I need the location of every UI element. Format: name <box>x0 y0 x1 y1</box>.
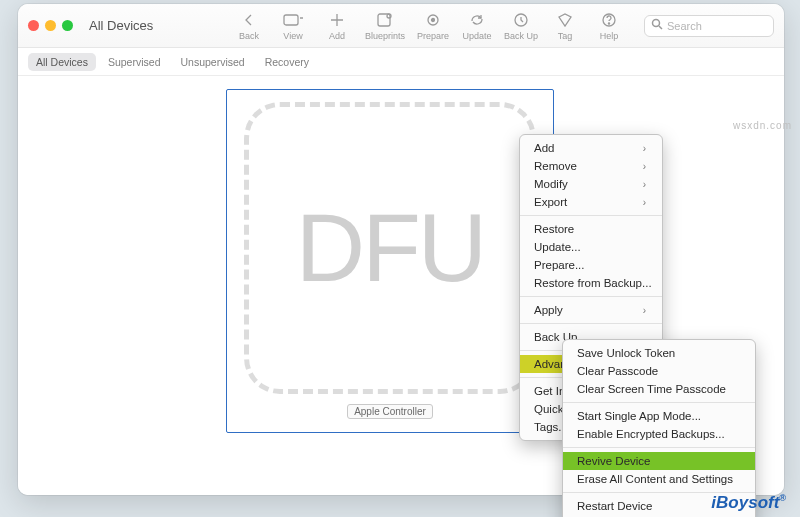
update-label: Update <box>462 31 491 41</box>
scope-all-devices[interactable]: All Devices <box>28 53 96 71</box>
dfu-placeholder: DFU <box>244 102 536 394</box>
window-controls <box>28 20 73 31</box>
adv-enable-encrypted-backups[interactable]: Enable Encrypted Backups... <box>563 425 755 443</box>
tag-label: Tag <box>558 31 573 41</box>
svg-point-10 <box>653 20 660 27</box>
scope-bar: All Devices Supervised Unsupervised Reco… <box>18 48 784 76</box>
menu-separator <box>520 215 662 216</box>
prepare-label: Prepare <box>417 31 449 41</box>
chevron-right-icon: › <box>643 197 646 208</box>
add-button[interactable]: Add <box>316 11 358 41</box>
menu-separator <box>520 296 662 297</box>
menu-modify[interactable]: Modify› <box>520 175 662 193</box>
chevron-right-icon: › <box>643 161 646 172</box>
menu-add[interactable]: Add› <box>520 139 662 157</box>
menu-separator <box>563 402 755 403</box>
zoom-window-button[interactable] <box>62 20 73 31</box>
menu-separator <box>563 447 755 448</box>
adv-clear-screen-time-passcode[interactable]: Clear Screen Time Passcode <box>563 380 755 398</box>
scope-recovery[interactable]: Recovery <box>257 53 317 71</box>
adv-clear-passcode[interactable]: Clear Passcode <box>563 362 755 380</box>
backup-button[interactable]: Back Up <box>500 11 542 41</box>
back-label: Back <box>239 31 259 41</box>
help-label: Help <box>600 31 619 41</box>
chevron-right-icon: › <box>643 179 646 190</box>
chevron-right-icon: › <box>643 305 646 316</box>
update-button[interactable]: Update <box>456 11 498 41</box>
advanced-submenu: Save Unlock Token Clear Passcode Clear S… <box>562 339 756 517</box>
scope-supervised[interactable]: Supervised <box>100 53 169 71</box>
svg-point-4 <box>387 14 391 18</box>
window-title: All Devices <box>89 18 153 33</box>
menu-update[interactable]: Update... <box>520 238 662 256</box>
menu-restore-from-backup[interactable]: Restore from Backup... <box>520 274 662 292</box>
search-placeholder: Search <box>667 20 702 32</box>
adv-revive-device[interactable]: Revive Device <box>563 452 755 470</box>
search-field[interactable]: Search <box>644 15 774 37</box>
close-window-button[interactable] <box>28 20 39 31</box>
tag-button[interactable]: Tag <box>544 11 586 41</box>
blueprints-label: Blueprints <box>365 31 405 41</box>
view-label: View <box>283 31 302 41</box>
prepare-button[interactable]: Prepare <box>412 11 454 41</box>
scope-unsupervised[interactable]: Unsupervised <box>172 53 252 71</box>
adv-save-unlock-token[interactable]: Save Unlock Token <box>563 344 755 362</box>
watermark-brand: iBoysoft® <box>711 493 786 513</box>
menu-prepare[interactable]: Prepare... <box>520 256 662 274</box>
add-label: Add <box>329 31 345 41</box>
minimize-window-button[interactable] <box>45 20 56 31</box>
watermark-small: wsxdn.com <box>733 120 792 131</box>
titlebar: All Devices Back View Add Blueprints Pre… <box>18 4 784 48</box>
blueprints-button[interactable]: Blueprints <box>360 11 410 41</box>
device-name-field[interactable]: Apple Controller <box>347 404 433 419</box>
menu-separator <box>520 323 662 324</box>
svg-rect-0 <box>284 15 298 25</box>
menu-export[interactable]: Export› <box>520 193 662 211</box>
help-button[interactable]: Help <box>588 11 630 41</box>
toolbar: Back View Add Blueprints Prepare Update <box>228 11 630 41</box>
menu-restore[interactable]: Restore <box>520 220 662 238</box>
search-icon <box>651 18 663 33</box>
svg-line-11 <box>659 26 662 29</box>
view-button[interactable]: View <box>272 11 314 41</box>
menu-remove[interactable]: Remove› <box>520 157 662 175</box>
adv-erase-all[interactable]: Erase All Content and Settings <box>563 470 755 488</box>
chevron-right-icon: › <box>643 143 646 154</box>
svg-rect-3 <box>378 14 390 26</box>
back-button[interactable]: Back <box>228 11 270 41</box>
backup-label: Back Up <box>504 31 538 41</box>
device-card[interactable]: DFU Apple Controller <box>226 89 554 433</box>
menu-apply[interactable]: Apply› <box>520 301 662 319</box>
svg-point-6 <box>432 18 435 21</box>
dfu-label: DFU <box>296 193 484 303</box>
svg-point-9 <box>608 22 609 23</box>
adv-start-single-app-mode[interactable]: Start Single App Mode... <box>563 407 755 425</box>
